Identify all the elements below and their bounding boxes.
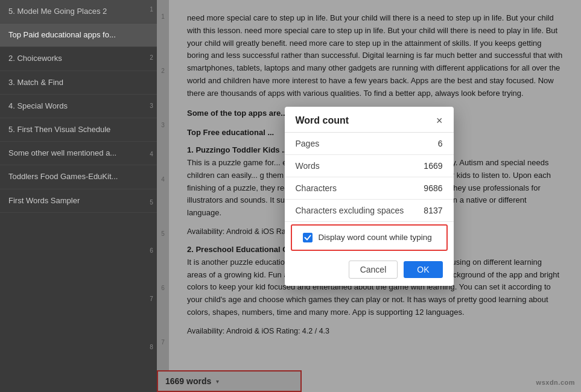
sidebar-item-6[interactable]: Some other well mentioned a...: [0, 142, 157, 165]
stat-label-3: Characters excluding spaces: [296, 206, 404, 215]
sidebar-item-5[interactable]: 5. First Then Visual Schedule: [0, 118, 157, 142]
display-word-count-row[interactable]: Display word count while typing: [291, 224, 448, 251]
sidebar-item-1[interactable]: Top Paid educational apps fo...: [0, 24, 157, 47]
checkbox-box[interactable]: [303, 233, 313, 242]
row-marker-3: 3: [146, 103, 157, 151]
row-marker-5: 5: [146, 199, 157, 247]
stat-row-3: Characters excluding spaces8137: [285, 200, 454, 222]
stat-value-0: 6: [438, 139, 443, 148]
sidebar-item-0[interactable]: 5. Model Me Going Places 2: [0, 0, 157, 24]
modal-footer: Cancel OK: [285, 253, 454, 286]
stat-row-1: Words1669: [285, 155, 454, 177]
modal-title: Word count: [296, 115, 349, 126]
cancel-button[interactable]: Cancel: [349, 261, 398, 279]
sidebar-item-4[interactable]: 4. Special Words: [0, 95, 157, 118]
row-marker-1: 1: [146, 6, 157, 54]
row-marker-8: 8: [146, 344, 157, 392]
stat-value-3: 8137: [424, 206, 442, 215]
sidebar-item-7[interactable]: Toddlers Food Games-EduKit...: [0, 165, 157, 189]
modal-overlay: Word count × Pages6Words1669Characters96…: [157, 0, 581, 392]
word-count-modal: Word count × Pages6Words1669Characters96…: [285, 107, 454, 286]
sidebar-item-8[interactable]: First Words Sampler: [0, 189, 157, 213]
modal-close-button[interactable]: ×: [436, 115, 443, 126]
row-markers: 1 2 3 4 5 6 7 8: [146, 0, 157, 392]
row-marker-2: 2: [146, 54, 157, 103]
display-word-count-checkbox-label[interactable]: Display word count while typing: [303, 233, 432, 242]
ok-button[interactable]: OK: [404, 261, 442, 278]
stat-label-0: Pages: [296, 139, 320, 148]
sidebar-item-3[interactable]: 3. Match & Find: [0, 71, 157, 95]
sidebar: 5. Model Me Going Places 2Top Paid educa…: [0, 0, 157, 392]
checkbox-label-text: Display word count while typing: [319, 233, 432, 242]
modal-body: Pages6Words1669Characters9686Characters …: [285, 133, 454, 251]
stat-row-0: Pages6: [285, 133, 454, 155]
main-content: 1 2 3 4 5 6 7 need more special care to …: [157, 0, 581, 392]
stat-label-1: Words: [296, 161, 320, 171]
stat-label-2: Characters: [296, 183, 337, 193]
stat-value-1: 1669: [424, 161, 442, 171]
row-marker-6: 6: [146, 247, 157, 296]
stat-value-2: 9686: [424, 183, 442, 193]
row-marker-4: 4: [146, 151, 157, 199]
sidebar-item-2[interactable]: 2. Choiceworks: [0, 47, 157, 71]
row-marker-7: 7: [146, 296, 157, 344]
stat-row-2: Characters9686: [285, 177, 454, 200]
modal-stats: Pages6Words1669Characters9686Characters …: [285, 133, 454, 222]
modal-header: Word count ×: [285, 107, 454, 133]
